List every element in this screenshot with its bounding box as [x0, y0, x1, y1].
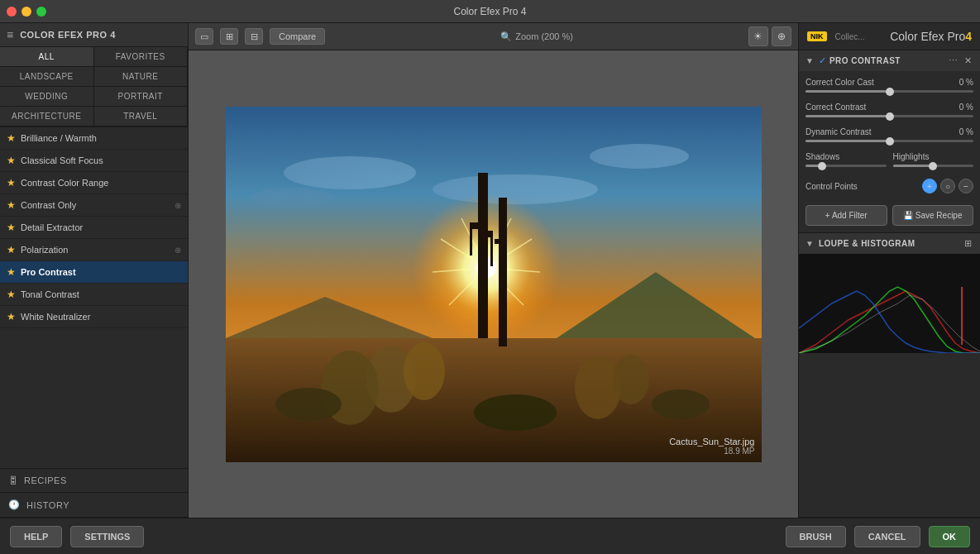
save-recipe-button[interactable]: 💾 Save Recipe [892, 205, 974, 226]
minus-icon: ○ [940, 179, 955, 193]
check-icon: ✓ [819, 55, 826, 66]
sidebar-item-history[interactable]: 🕐 HISTORY [0, 493, 188, 518]
shadows-slider[interactable] [806, 165, 887, 167]
filter-item-white-neutralizer[interactable]: ★ White Neutralizer [0, 306, 188, 328]
correct-color-cast-row: Correct Color Cast 0 % [806, 78, 973, 93]
svg-point-30 [613, 355, 649, 404]
brush-button[interactable]: BRUSH [786, 526, 846, 547]
sidebar-bottom: 🎛 RECIPES 🕐 HISTORY [0, 468, 188, 518]
dynamic-contrast-value: 0 % [959, 127, 973, 136]
control-points-buttons: + ○ − [922, 179, 973, 193]
sidebar: ≡ COLOR EFEX PRO 4 ALL FAVORITES LANDSCA… [0, 23, 189, 518]
filter-item-contrast-only[interactable]: ★ Contrast Only ⊕ [0, 194, 188, 217]
tab-nature[interactable]: NATURE [94, 67, 189, 87]
correct-color-cast-value: 0 % [959, 78, 973, 87]
settings-button[interactable]: SETTINGS [70, 526, 144, 547]
recipes-label: RECIPES [24, 475, 67, 485]
tab-favorites[interactable]: FAVORITES [94, 47, 189, 67]
correct-contrast-slider[interactable] [806, 115, 973, 117]
filter-name: Contrast Only [21, 200, 174, 210]
tab-landscape[interactable]: LANDSCAPE [0, 67, 94, 87]
image-info: Cactus_Sun_Star.jpg 18.9 MP [669, 437, 754, 456]
svg-point-32 [652, 389, 710, 419]
star-icon: ★ [7, 199, 16, 211]
single-view-button[interactable]: ▭ [195, 28, 213, 45]
toggle-icon: ⊕ [174, 246, 181, 255]
menu-icon: ≡ [7, 28, 13, 41]
add-control-point-button[interactable]: + [922, 179, 937, 193]
star-icon: ★ [7, 244, 16, 256]
filter-item-brilliance-warmth[interactable]: ★ Brilliance / Warmth [0, 127, 188, 150]
ok-button[interactable]: OK [929, 526, 971, 547]
image-size: 18.9 MP [669, 447, 754, 456]
cancel-button[interactable]: CANCEL [854, 526, 920, 547]
svg-rect-34 [799, 254, 980, 353]
pro-contrast-section: ▼ ✓ PRO CONTRAST ⋯ ✕ Correct Color Cast … [799, 50, 980, 233]
histogram-svg [799, 254, 980, 353]
correct-contrast-value: 0 % [959, 103, 973, 112]
collapse-icon: ▼ [806, 56, 814, 65]
dynamic-contrast-label: Dynamic Contrast [806, 127, 871, 136]
category-tabs: ALL FAVORITES LANDSCAPE NATURE WEDDING P… [0, 47, 188, 127]
filter-item-pro-contrast[interactable]: ★ Pro Contrast [0, 261, 188, 284]
highlights-slider[interactable] [893, 165, 974, 167]
center-area: ▭ ⊞ ⊟ Compare 🔍 Zoom (200 %) ☀ ⊕ [189, 23, 798, 518]
sidebar-item-recipes[interactable]: 🎛 RECIPES [0, 469, 188, 493]
svg-point-4 [251, 188, 333, 208]
section-menu-button[interactable]: ⋯ [947, 55, 959, 66]
toggle-icon: ⊕ [174, 201, 181, 210]
maximize-button[interactable] [36, 7, 46, 17]
settings-icon-button[interactable]: ⊕ [772, 26, 791, 46]
compare-button[interactable]: Compare [270, 28, 325, 45]
tab-portrait[interactable]: PORTRAIT [94, 87, 189, 107]
filter-item-detail-extractor[interactable]: ★ Detail Extractor [0, 217, 188, 239]
tab-wedding[interactable]: WEDDING [0, 87, 94, 107]
filter-name: Brilliance / Warmth [21, 133, 181, 143]
star-icon: ★ [7, 222, 16, 233]
add-filter-button[interactable]: + Add Filter [806, 205, 887, 226]
section-close-button[interactable]: ✕ [963, 55, 973, 66]
tab-architecture[interactable]: ARCHITECTURE [0, 107, 94, 127]
highlights-label: Highlights [893, 152, 974, 161]
image-container: Cactus_Sun_Star.jpg 18.9 MP [226, 107, 762, 462]
filter-item-contrast-color-range[interactable]: ★ Contrast Color Range [0, 172, 188, 194]
loupe-histogram-title: LOUPE & HISTOGRAM [819, 239, 963, 248]
loupe-histogram-section: ▼ LOUPE & HISTOGRAM ⊞ [799, 233, 980, 518]
help-button[interactable]: HELP [10, 526, 62, 547]
star-icon: ★ [7, 132, 16, 144]
right-panel: NIK Collec... Color Efex Pro 4 ▼ ✓ PRO C… [798, 23, 980, 518]
sidebar-app-title: COLOR EFEX PRO 4 [20, 30, 116, 40]
tab-travel[interactable]: TRAVEL [94, 107, 189, 127]
nik-badge: NIK [807, 31, 827, 41]
dual-view-button[interactable]: ⊟ [245, 28, 263, 45]
loupe-histogram-header[interactable]: ▼ LOUPE & HISTOGRAM ⊞ [799, 233, 980, 254]
collapse-icon: ▼ [806, 239, 814, 248]
brightness-button[interactable]: ☀ [748, 26, 768, 46]
footer: HELP SETTINGS BRUSH CANCEL OK [0, 518, 980, 554]
pro-contrast-header[interactable]: ▼ ✓ PRO CONTRAST ⋯ ✕ [799, 50, 980, 71]
histogram-area [799, 254, 980, 353]
close-button[interactable] [7, 7, 17, 17]
image-area: Cactus_Sun_Star.jpg 18.9 MP [189, 50, 798, 518]
tab-all[interactable]: ALL [0, 47, 94, 67]
svg-point-1 [284, 156, 416, 189]
zoom-label: Zoom (200 %) [515, 31, 573, 41]
split-view-button[interactable]: ⊞ [220, 28, 238, 45]
minimize-button[interactable] [22, 7, 31, 17]
svg-point-27 [404, 342, 445, 400]
filter-item-tonal-contrast[interactable]: ★ Tonal Contrast [0, 284, 188, 306]
section-actions: ⋯ ✕ [947, 55, 973, 66]
filter-item-classical-soft-focus[interactable]: ★ Classical Soft Focus [0, 150, 188, 172]
loupe-expand-button[interactable]: ⊞ [963, 238, 973, 249]
correct-color-cast-slider[interactable] [806, 90, 973, 93]
highlights-col: Highlights [893, 152, 974, 167]
filter-item-polarization[interactable]: ★ Polarization ⊕ [0, 239, 188, 261]
remove-control-point-button[interactable]: − [958, 179, 973, 193]
star-icon: ★ [7, 155, 16, 166]
svg-rect-23 [499, 198, 507, 346]
dynamic-contrast-slider[interactable] [806, 140, 973, 142]
correct-contrast-row: Correct Contrast 0 % [806, 103, 973, 117]
correct-color-cast-label: Correct Color Cast [806, 78, 874, 87]
rp-app-header: NIK Collec... Color Efex Pro 4 [799, 23, 980, 50]
zoom-icon: 🔍 [500, 31, 512, 42]
